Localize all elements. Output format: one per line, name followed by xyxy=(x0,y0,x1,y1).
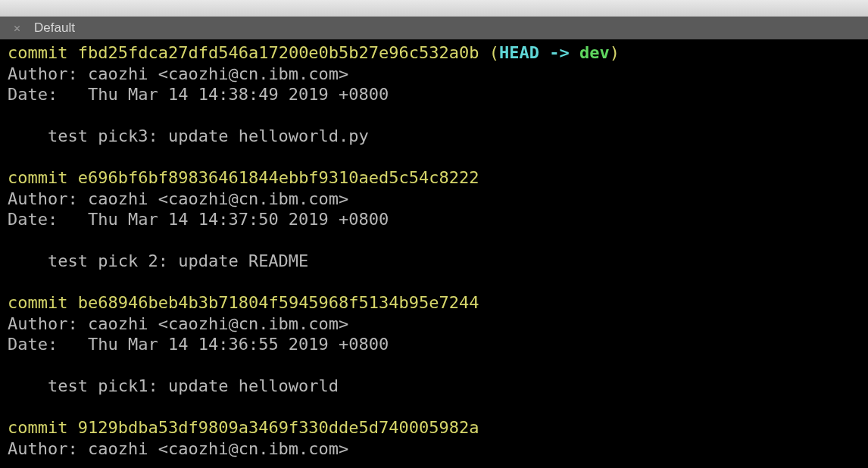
terminal-tabbar: ✕ Default xyxy=(0,17,868,39)
date-line: Date: Thu Mar 14 14:38:49 2019 +0800 xyxy=(8,85,389,104)
commit-word: commit xyxy=(8,293,67,312)
tab-label[interactable]: Default xyxy=(34,20,75,36)
commit-line: commit 9129bdba53df9809a3469f330dde5d740… xyxy=(8,418,479,437)
author-line: Author: caozhi <caozhi@cn.ibm.com> xyxy=(8,314,348,333)
commit-hash: e696bf6bf89836461844ebbf9310aed5c54c8222 xyxy=(78,168,479,187)
ref-close: ) xyxy=(610,43,620,62)
commit-hash: fbd25fdca27dfd546a17200e0b5b27e96c532a0b xyxy=(78,43,479,62)
date-value: Thu Mar 14 14:37:50 2019 +0800 xyxy=(58,210,389,229)
commit-hash: be68946beb4b3b71804f5945968f5134b95e7244 xyxy=(78,293,479,312)
author-value: caozhi <caozhi@cn.ibm.com> xyxy=(78,64,349,83)
author-line: Author: caozhi <caozhi@cn.ibm.com> xyxy=(8,439,348,458)
author-value: caozhi <caozhi@cn.ibm.com> xyxy=(78,439,349,458)
ref-open: ( xyxy=(479,43,500,62)
commit-line: commit be68946beb4b3b71804f5945968f5134b… xyxy=(8,293,479,312)
commit-message: test pick 2: update README xyxy=(8,251,308,270)
commit-message: test pick1: update helloworld xyxy=(8,376,339,395)
close-icon[interactable]: ✕ xyxy=(14,23,20,34)
author-line: Author: caozhi <caozhi@cn.ibm.com> xyxy=(8,189,348,208)
commit-hash: 9129bdba53df9809a3469f330dde5d740005982a xyxy=(78,418,479,437)
commit-line: commit fbd25fdca27dfd546a17200e0b5b27e96… xyxy=(8,43,620,62)
author-label: Author: xyxy=(8,189,78,208)
author-label: Author: xyxy=(8,64,78,83)
branch-ref: dev xyxy=(579,43,610,62)
date-label: Date: xyxy=(8,85,58,104)
commit-message: test pick3: update helloworld.py xyxy=(8,126,369,145)
head-ref: HEAD -> xyxy=(499,43,579,62)
commit-word: commit xyxy=(8,418,67,437)
date-value: Thu Mar 14 14:36:55 2019 +0800 xyxy=(58,335,389,354)
window-titlebar xyxy=(0,0,868,17)
author-line: Author: caozhi <caozhi@cn.ibm.com> xyxy=(8,64,348,83)
author-label: Author: xyxy=(8,439,78,458)
date-line: Date: Thu Mar 14 14:37:50 2019 +0800 xyxy=(8,210,389,229)
commit-word: commit xyxy=(8,43,67,62)
terminal-output[interactable]: commit fbd25fdca27dfd546a17200e0b5b27e96… xyxy=(0,39,868,468)
date-label: Date: xyxy=(8,335,58,354)
date-value: Thu Mar 14 14:38:49 2019 +0800 xyxy=(58,85,389,104)
author-value: caozhi <caozhi@cn.ibm.com> xyxy=(78,314,349,333)
date-label: Date: xyxy=(8,210,58,229)
date-line: Date: Thu Mar 14 14:36:55 2019 +0800 xyxy=(8,335,389,354)
commit-word: commit xyxy=(8,168,67,187)
author-label: Author: xyxy=(8,314,78,333)
commit-line: commit e696bf6bf89836461844ebbf9310aed5c… xyxy=(8,168,479,187)
author-value: caozhi <caozhi@cn.ibm.com> xyxy=(78,189,349,208)
